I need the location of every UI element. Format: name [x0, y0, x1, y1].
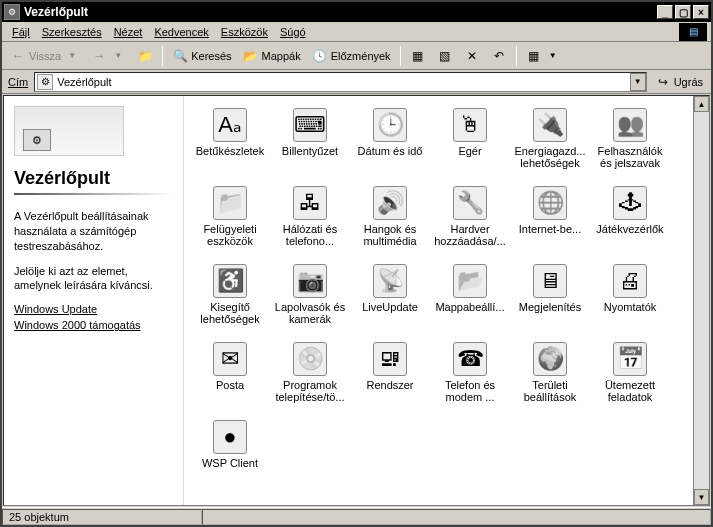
- controlpanel-item-icon: ⌨: [293, 108, 327, 142]
- controlpanel-item-icon: 🔊: [373, 186, 407, 220]
- back-button[interactable]: ← Vissza ▼: [6, 45, 84, 67]
- controlpanel-item-label: Mappabeállí...: [435, 301, 504, 313]
- controlpanel-item-icon: ✉: [213, 342, 247, 376]
- go-button[interactable]: ↪ Ugrás: [651, 74, 707, 90]
- close-button[interactable]: ×: [693, 5, 709, 19]
- controlpanel-item-label: Rendszer: [366, 379, 413, 391]
- controlpanel-item[interactable]: ☎Telefon és modem ...: [430, 340, 510, 418]
- controlpanel-item-icon: 🖨: [613, 264, 647, 298]
- controlpanel-item-icon: 📂: [453, 264, 487, 298]
- views-button[interactable]: ▦ ▼: [522, 45, 565, 67]
- controlpanel-item-label: Betűkészletek: [196, 145, 264, 157]
- controlpanel-item-icon: 🕹: [613, 186, 647, 220]
- controlpanel-item[interactable]: 📅Ütemezett feladatok: [590, 340, 670, 418]
- side-title: Vezérlőpult: [14, 168, 173, 189]
- controlpanel-item[interactable]: 📁Felügyeleti eszközök: [190, 184, 270, 262]
- side-pane: ⚙ Vezérlőpult A Vezérlőpult beállításain…: [4, 96, 184, 505]
- scroll-down-button[interactable]: ▼: [694, 489, 709, 505]
- history-icon: 🕓: [312, 48, 328, 64]
- back-label: Vissza: [29, 50, 61, 62]
- controlpanel-item-label: Hálózati és telefono...: [272, 223, 348, 247]
- address-label: Cím: [6, 76, 30, 88]
- link-windows-update[interactable]: Windows Update: [14, 303, 173, 315]
- controlpanel-item-label: Billentyűzet: [282, 145, 338, 157]
- controlpanel-item[interactable]: 🕹Játékvezérlők: [590, 184, 670, 262]
- search-icon: 🔍: [172, 48, 188, 64]
- controlpanel-item-icon: 🌐: [533, 186, 567, 220]
- undo-button[interactable]: ↶: [487, 45, 511, 67]
- controlpanel-item[interactable]: 🔧Hardver hozzáadása/...: [430, 184, 510, 262]
- controlpanel-item[interactable]: 🖳Rendszer: [350, 340, 430, 418]
- controlpanel-item-icon: 👥: [613, 108, 647, 142]
- separator: [400, 46, 401, 66]
- titlebar: ⚙ Vezérlőpult _ ▢ ×: [2, 2, 711, 22]
- controlpanel-item-icon: 🖧: [293, 186, 327, 220]
- throbber-icon: ▤: [679, 23, 707, 41]
- controlpanel-item-label: LiveUpdate: [362, 301, 418, 313]
- controlpanel-item[interactable]: 🖨Nyomtatók: [590, 262, 670, 340]
- copy-to-button[interactable]: ▧: [433, 45, 457, 67]
- scroll-up-button[interactable]: ▲: [694, 96, 709, 112]
- forward-arrow-icon: →: [91, 48, 107, 64]
- controlpanel-item[interactable]: 💿Programok telepítése/tö...: [270, 340, 350, 418]
- controlpanel-item[interactable]: 📷Lapolvasók és kamerák: [270, 262, 350, 340]
- controlpanel-item-label: Posta: [216, 379, 244, 391]
- controlpanel-item[interactable]: 🔊Hangok és multimédia: [350, 184, 430, 262]
- controlpanel-item[interactable]: 📡LiveUpdate: [350, 262, 430, 340]
- maximize-button[interactable]: ▢: [675, 5, 691, 19]
- controlpanel-item[interactable]: ♿Kisegítő lehetőségek: [190, 262, 270, 340]
- content-wrap: ⚙ Vezérlőpult A Vezérlőpult beállításain…: [4, 96, 693, 505]
- link-windows-2000-support[interactable]: Windows 2000 támogatás: [14, 319, 173, 331]
- forward-button[interactable]: → ▼: [87, 45, 130, 67]
- controlpanel-item-icon: 🖥: [533, 264, 567, 298]
- content-area: ⚙ Vezérlőpult A Vezérlőpult beállításain…: [3, 95, 710, 506]
- minimize-button[interactable]: _: [657, 5, 673, 19]
- menu-view[interactable]: Nézet: [108, 24, 149, 40]
- views-icon: ▦: [526, 48, 542, 64]
- controlpanel-item[interactable]: 🖥Megjelenítés: [510, 262, 590, 340]
- back-arrow-icon: ←: [10, 48, 26, 64]
- move-to-button[interactable]: ▦: [406, 45, 430, 67]
- controlpanel-item[interactable]: 🖧Hálózati és telefono...: [270, 184, 350, 262]
- controlpanel-item[interactable]: 🌐Internet-be...: [510, 184, 590, 262]
- history-label: Előzmények: [331, 50, 391, 62]
- controlpanel-item[interactable]: ●WSP Client: [190, 418, 270, 496]
- menu-edit[interactable]: Szerkesztés: [36, 24, 108, 40]
- controlpanel-item-icon: 🔌: [533, 108, 567, 142]
- address-field[interactable]: ⚙ Vezérlőpult ▼: [34, 72, 646, 92]
- separator: [516, 46, 517, 66]
- controlpanel-item-icon: 📡: [373, 264, 407, 298]
- delete-button[interactable]: ✕: [460, 45, 484, 67]
- scroll-track[interactable]: [694, 112, 709, 489]
- vertical-scrollbar[interactable]: ▲ ▼: [693, 96, 709, 505]
- controlpanel-item[interactable]: ✉Posta: [190, 340, 270, 418]
- controlpanel-item[interactable]: 🖱Egér: [430, 106, 510, 184]
- controlpanel-item[interactable]: 🕒Dátum és idő: [350, 106, 430, 184]
- controlpanel-item-icon: 🔧: [453, 186, 487, 220]
- controlpanel-item[interactable]: ⌨Billentyűzet: [270, 106, 350, 184]
- menu-file[interactable]: Fájl: [6, 24, 36, 40]
- controlpanel-item-label: Nyomtatók: [604, 301, 657, 313]
- menu-favorites[interactable]: Kedvencek: [148, 24, 214, 40]
- history-button[interactable]: 🕓 Előzmények: [308, 45, 395, 67]
- status-object-count: 25 objektum: [2, 509, 202, 525]
- controlpanel-item[interactable]: 🔌Energiagazd... lehetőségek: [510, 106, 590, 184]
- control-panel-icon: ⚙: [37, 74, 53, 90]
- menu-tools[interactable]: Eszközök: [215, 24, 274, 40]
- separator: [162, 46, 163, 66]
- folders-button[interactable]: 📂 Mappák: [239, 45, 305, 67]
- controlpanel-item-label: Energiagazd... lehetőségek: [512, 145, 588, 169]
- search-button[interactable]: 🔍 Keresés: [168, 45, 235, 67]
- controlpanel-item-icon: 📁: [213, 186, 247, 220]
- controlpanel-item[interactable]: 👥Felhasználók és jelszavak: [590, 106, 670, 184]
- controlpanel-item-label: WSP Client: [202, 457, 258, 469]
- menu-help[interactable]: Súgó: [274, 24, 312, 40]
- controlpanel-item-label: Ütemezett feladatok: [592, 379, 668, 403]
- controlpanel-item[interactable]: 📂Mappabeállí...: [430, 262, 510, 340]
- address-dropdown-button[interactable]: ▼: [630, 73, 646, 91]
- controlpanel-item-icon: 🖳: [373, 342, 407, 376]
- controlpanel-item[interactable]: 🌍Területi beállítások: [510, 340, 590, 418]
- controlpanel-item-icon: 📷: [293, 264, 327, 298]
- controlpanel-item[interactable]: AₐBetűkészletek: [190, 106, 270, 184]
- up-button[interactable]: 📁: [133, 45, 157, 67]
